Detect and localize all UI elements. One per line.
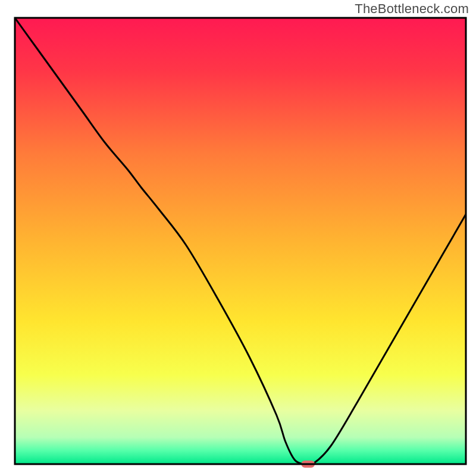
gradient-background: [15, 18, 466, 464]
chart-container: TheBottleneck.com: [0, 0, 476, 476]
plot-area: [15, 18, 466, 468]
watermark-text: TheBottleneck.com: [355, 1, 469, 17]
bottleneck-chart: [0, 0, 476, 476]
